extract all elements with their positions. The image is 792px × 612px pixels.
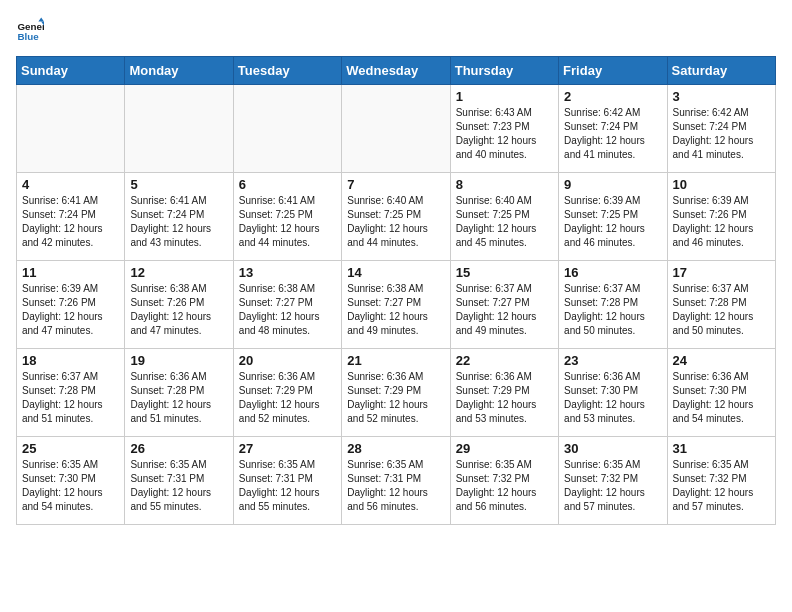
day-info: Sunrise: 6:41 AM Sunset: 7:24 PM Dayligh… <box>130 194 227 250</box>
calendar-cell: 10Sunrise: 6:39 AM Sunset: 7:26 PM Dayli… <box>667 173 775 261</box>
day-number: 30 <box>564 441 661 456</box>
calendar-cell <box>342 85 450 173</box>
calendar-cell: 17Sunrise: 6:37 AM Sunset: 7:28 PM Dayli… <box>667 261 775 349</box>
day-number: 29 <box>456 441 553 456</box>
calendar-cell: 14Sunrise: 6:38 AM Sunset: 7:27 PM Dayli… <box>342 261 450 349</box>
day-info: Sunrise: 6:39 AM Sunset: 7:25 PM Dayligh… <box>564 194 661 250</box>
day-info: Sunrise: 6:39 AM Sunset: 7:26 PM Dayligh… <box>673 194 770 250</box>
calendar-cell: 20Sunrise: 6:36 AM Sunset: 7:29 PM Dayli… <box>233 349 341 437</box>
calendar-cell: 1Sunrise: 6:43 AM Sunset: 7:23 PM Daylig… <box>450 85 558 173</box>
page-header: General Blue <box>16 16 776 44</box>
calendar-cell: 12Sunrise: 6:38 AM Sunset: 7:26 PM Dayli… <box>125 261 233 349</box>
calendar-cell <box>125 85 233 173</box>
day-number: 7 <box>347 177 444 192</box>
calendar-week-row: 4Sunrise: 6:41 AM Sunset: 7:24 PM Daylig… <box>17 173 776 261</box>
day-number: 2 <box>564 89 661 104</box>
calendar-cell: 22Sunrise: 6:36 AM Sunset: 7:29 PM Dayli… <box>450 349 558 437</box>
day-number: 19 <box>130 353 227 368</box>
logo-icon: General Blue <box>16 16 44 44</box>
calendar-cell: 13Sunrise: 6:38 AM Sunset: 7:27 PM Dayli… <box>233 261 341 349</box>
calendar-table: SundayMondayTuesdayWednesdayThursdayFrid… <box>16 56 776 525</box>
calendar-cell: 3Sunrise: 6:42 AM Sunset: 7:24 PM Daylig… <box>667 85 775 173</box>
day-header-monday: Monday <box>125 57 233 85</box>
day-info: Sunrise: 6:42 AM Sunset: 7:24 PM Dayligh… <box>564 106 661 162</box>
calendar-cell: 7Sunrise: 6:40 AM Sunset: 7:25 PM Daylig… <box>342 173 450 261</box>
day-number: 26 <box>130 441 227 456</box>
day-number: 28 <box>347 441 444 456</box>
day-info: Sunrise: 6:37 AM Sunset: 7:28 PM Dayligh… <box>22 370 119 426</box>
day-info: Sunrise: 6:35 AM Sunset: 7:31 PM Dayligh… <box>239 458 336 514</box>
day-info: Sunrise: 6:41 AM Sunset: 7:25 PM Dayligh… <box>239 194 336 250</box>
day-info: Sunrise: 6:37 AM Sunset: 7:28 PM Dayligh… <box>564 282 661 338</box>
day-number: 12 <box>130 265 227 280</box>
day-number: 23 <box>564 353 661 368</box>
day-info: Sunrise: 6:35 AM Sunset: 7:31 PM Dayligh… <box>347 458 444 514</box>
day-number: 14 <box>347 265 444 280</box>
day-number: 22 <box>456 353 553 368</box>
day-header-friday: Friday <box>559 57 667 85</box>
calendar-cell: 16Sunrise: 6:37 AM Sunset: 7:28 PM Dayli… <box>559 261 667 349</box>
day-number: 8 <box>456 177 553 192</box>
calendar-cell <box>233 85 341 173</box>
day-number: 16 <box>564 265 661 280</box>
day-header-saturday: Saturday <box>667 57 775 85</box>
day-info: Sunrise: 6:39 AM Sunset: 7:26 PM Dayligh… <box>22 282 119 338</box>
day-info: Sunrise: 6:37 AM Sunset: 7:28 PM Dayligh… <box>673 282 770 338</box>
day-info: Sunrise: 6:38 AM Sunset: 7:27 PM Dayligh… <box>347 282 444 338</box>
day-number: 20 <box>239 353 336 368</box>
day-info: Sunrise: 6:35 AM Sunset: 7:30 PM Dayligh… <box>22 458 119 514</box>
day-info: Sunrise: 6:40 AM Sunset: 7:25 PM Dayligh… <box>456 194 553 250</box>
day-number: 24 <box>673 353 770 368</box>
day-number: 31 <box>673 441 770 456</box>
day-number: 11 <box>22 265 119 280</box>
calendar-cell: 6Sunrise: 6:41 AM Sunset: 7:25 PM Daylig… <box>233 173 341 261</box>
calendar-cell: 31Sunrise: 6:35 AM Sunset: 7:32 PM Dayli… <box>667 437 775 525</box>
day-number: 9 <box>564 177 661 192</box>
calendar-week-row: 1Sunrise: 6:43 AM Sunset: 7:23 PM Daylig… <box>17 85 776 173</box>
svg-text:Blue: Blue <box>17 31 39 42</box>
day-info: Sunrise: 6:38 AM Sunset: 7:27 PM Dayligh… <box>239 282 336 338</box>
day-number: 6 <box>239 177 336 192</box>
day-header-thursday: Thursday <box>450 57 558 85</box>
day-number: 21 <box>347 353 444 368</box>
day-number: 13 <box>239 265 336 280</box>
calendar-cell: 26Sunrise: 6:35 AM Sunset: 7:31 PM Dayli… <box>125 437 233 525</box>
day-info: Sunrise: 6:35 AM Sunset: 7:32 PM Dayligh… <box>673 458 770 514</box>
calendar-cell: 18Sunrise: 6:37 AM Sunset: 7:28 PM Dayli… <box>17 349 125 437</box>
day-info: Sunrise: 6:37 AM Sunset: 7:27 PM Dayligh… <box>456 282 553 338</box>
day-number: 1 <box>456 89 553 104</box>
day-number: 15 <box>456 265 553 280</box>
day-number: 3 <box>673 89 770 104</box>
day-info: Sunrise: 6:41 AM Sunset: 7:24 PM Dayligh… <box>22 194 119 250</box>
calendar-cell: 30Sunrise: 6:35 AM Sunset: 7:32 PM Dayli… <box>559 437 667 525</box>
day-header-wednesday: Wednesday <box>342 57 450 85</box>
calendar-cell: 28Sunrise: 6:35 AM Sunset: 7:31 PM Dayli… <box>342 437 450 525</box>
day-number: 18 <box>22 353 119 368</box>
day-info: Sunrise: 6:36 AM Sunset: 7:29 PM Dayligh… <box>239 370 336 426</box>
day-info: Sunrise: 6:43 AM Sunset: 7:23 PM Dayligh… <box>456 106 553 162</box>
day-info: Sunrise: 6:35 AM Sunset: 7:32 PM Dayligh… <box>564 458 661 514</box>
calendar-cell: 24Sunrise: 6:36 AM Sunset: 7:30 PM Dayli… <box>667 349 775 437</box>
calendar-cell: 19Sunrise: 6:36 AM Sunset: 7:28 PM Dayli… <box>125 349 233 437</box>
day-number: 10 <box>673 177 770 192</box>
svg-marker-2 <box>38 17 44 21</box>
logo: General Blue <box>16 16 48 44</box>
calendar-week-row: 18Sunrise: 6:37 AM Sunset: 7:28 PM Dayli… <box>17 349 776 437</box>
calendar-cell: 9Sunrise: 6:39 AM Sunset: 7:25 PM Daylig… <box>559 173 667 261</box>
calendar-cell: 8Sunrise: 6:40 AM Sunset: 7:25 PM Daylig… <box>450 173 558 261</box>
calendar-cell: 23Sunrise: 6:36 AM Sunset: 7:30 PM Dayli… <box>559 349 667 437</box>
calendar-header-row: SundayMondayTuesdayWednesdayThursdayFrid… <box>17 57 776 85</box>
day-info: Sunrise: 6:42 AM Sunset: 7:24 PM Dayligh… <box>673 106 770 162</box>
calendar-cell: 21Sunrise: 6:36 AM Sunset: 7:29 PM Dayli… <box>342 349 450 437</box>
calendar-cell: 15Sunrise: 6:37 AM Sunset: 7:27 PM Dayli… <box>450 261 558 349</box>
day-info: Sunrise: 6:40 AM Sunset: 7:25 PM Dayligh… <box>347 194 444 250</box>
day-info: Sunrise: 6:36 AM Sunset: 7:30 PM Dayligh… <box>673 370 770 426</box>
day-number: 4 <box>22 177 119 192</box>
day-number: 17 <box>673 265 770 280</box>
day-header-sunday: Sunday <box>17 57 125 85</box>
day-info: Sunrise: 6:35 AM Sunset: 7:31 PM Dayligh… <box>130 458 227 514</box>
day-info: Sunrise: 6:36 AM Sunset: 7:30 PM Dayligh… <box>564 370 661 426</box>
calendar-cell: 11Sunrise: 6:39 AM Sunset: 7:26 PM Dayli… <box>17 261 125 349</box>
calendar-cell: 2Sunrise: 6:42 AM Sunset: 7:24 PM Daylig… <box>559 85 667 173</box>
day-info: Sunrise: 6:36 AM Sunset: 7:28 PM Dayligh… <box>130 370 227 426</box>
